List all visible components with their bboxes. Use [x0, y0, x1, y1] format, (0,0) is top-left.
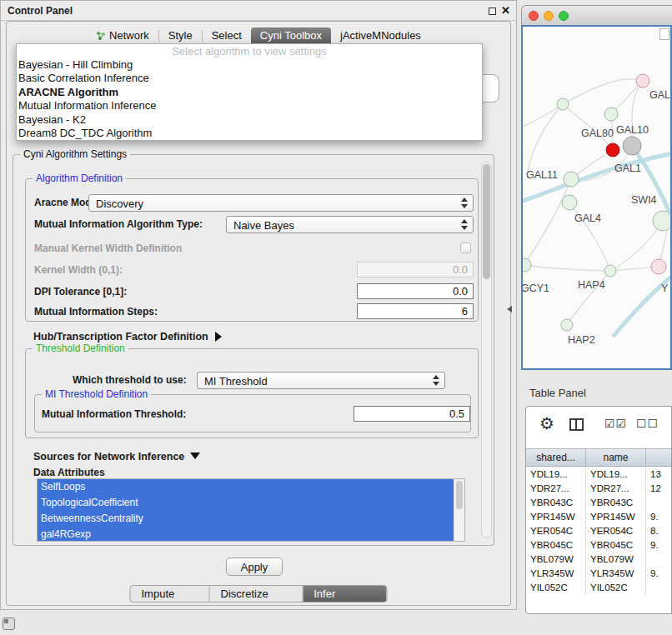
- table-cell[interactable]: 8.: [646, 524, 671, 538]
- network-node[interactable]: [651, 259, 666, 274]
- column-header[interactable]: name: [586, 449, 646, 466]
- algorithm-option[interactable]: Dream8 DC_TDC Algorithm: [17, 127, 482, 140]
- table-cell[interactable]: YDL19...: [586, 468, 646, 482]
- mi-threshold-field[interactable]: [354, 406, 470, 422]
- attribute-item[interactable]: gal4RGexp: [38, 527, 454, 542]
- table-row[interactable]: YDL19...YDL19...13: [526, 468, 671, 482]
- minimize-traffic-light-icon[interactable]: [544, 11, 554, 21]
- table-cell[interactable]: 13: [646, 468, 671, 482]
- table-cell[interactable]: YLR345W: [586, 567, 646, 581]
- table-row[interactable]: YPR145WYPR145W9.: [526, 510, 671, 524]
- settings-scrollbar[interactable]: [481, 162, 492, 538]
- tab-discretize-data[interactable]: Discretize Data: [209, 586, 303, 602]
- network-node[interactable]: [604, 265, 616, 277]
- hub-definition-toggle[interactable]: Hub/Transcription Factor Definition: [33, 328, 222, 343]
- table-cell[interactable]: YPR145W: [586, 510, 646, 524]
- network-node[interactable]: [561, 319, 573, 331]
- splitter-collapse-icon[interactable]: [507, 306, 512, 312]
- table-cell[interactable]: YBR045C: [586, 538, 646, 552]
- algorithm-option[interactable]: Basic Correlation Inference: [17, 72, 482, 85]
- select-all-icon[interactable]: ☑☑: [604, 417, 627, 430]
- list-scrollbar[interactable]: [454, 479, 464, 541]
- deselect-all-icon[interactable]: ☐☐: [636, 417, 659, 430]
- table-row[interactable]: YBR043CYBR043C: [526, 496, 671, 510]
- mi-steps-field[interactable]: [357, 303, 474, 319]
- column-header[interactable]: shared...: [526, 449, 586, 466]
- table-cell[interactable]: YER054C: [586, 524, 646, 538]
- table-cell[interactable]: 9.: [646, 538, 671, 552]
- mi-type-combo[interactable]: Naive Bayes: [226, 216, 474, 233]
- table-cell[interactable]: YDR27...: [526, 482, 586, 496]
- tab-cyni-toolbox[interactable]: Cyni Toolbox: [251, 28, 331, 44]
- kernel-width-field[interactable]: [357, 262, 474, 278]
- table-cell[interactable]: 9.: [646, 567, 671, 581]
- table-cell[interactable]: YBL079W: [526, 552, 586, 567]
- attribute-item[interactable]: SelfLoops: [38, 479, 454, 495]
- dpi-tolerance-label: DPI Tolerance [0,1]:: [34, 286, 127, 298]
- tab-select[interactable]: Select: [203, 28, 251, 44]
- network-node[interactable]: [623, 137, 641, 155]
- attribute-item[interactable]: TopologicalCoefficient: [38, 495, 454, 511]
- table-row[interactable]: YDR27...YDR27...12: [526, 482, 671, 496]
- network-node[interactable]: [557, 98, 569, 110]
- tab-style[interactable]: Style: [159, 28, 202, 44]
- table-cell[interactable]: YIL052C: [526, 581, 586, 595]
- dpi-tolerance-field[interactable]: [357, 283, 474, 299]
- algorithm-option[interactable]: Bayesian - K2: [17, 113, 482, 127]
- panel-toggle-icon[interactable]: [3, 618, 15, 630]
- tab-impute-data[interactable]: Impute Data: [131, 586, 209, 602]
- zoom-traffic-light-icon[interactable]: [559, 11, 569, 21]
- table-cell[interactable]: YBR043C: [586, 496, 646, 510]
- table-cell[interactable]: [646, 581, 671, 595]
- tab-jactivemodules[interactable]: jActiveMNodules: [331, 28, 430, 44]
- table-cell[interactable]: 12: [646, 482, 671, 496]
- algorithm-option[interactable]: Mutual Information Inference: [17, 99, 482, 112]
- close-icon[interactable]: ✕: [501, 4, 510, 17]
- table-cell[interactable]: YDL19...: [526, 468, 586, 482]
- table-cell[interactable]: YBL079W: [586, 552, 646, 567]
- network-window: GAL8GAL80GAL10GAL11GAL1SWI4GAL4GCY1HAP4Y…: [521, 5, 672, 370]
- table-cell[interactable]: YBR045C: [526, 538, 586, 552]
- sources-toggle[interactable]: Sources for Network Inference: [33, 448, 200, 463]
- network-node[interactable]: [523, 258, 531, 272]
- close-traffic-light-icon[interactable]: [529, 11, 539, 21]
- birdseye-button[interactable]: [659, 28, 669, 40]
- scrollbar-thumb[interactable]: [456, 481, 463, 509]
- network-node[interactable]: [604, 108, 618, 121]
- network-node[interactable]: [564, 172, 579, 187]
- table-cell[interactable]: YER054C: [526, 524, 586, 538]
- network-node[interactable]: [606, 143, 619, 157]
- tab-network[interactable]: Network: [87, 28, 158, 44]
- algorithm-option[interactable]: Bayesian - Hill Climbing: [17, 58, 482, 72]
- table-cell[interactable]: YLR345W: [526, 567, 586, 581]
- float-window-icon[interactable]: [489, 8, 496, 15]
- table-cell[interactable]: [646, 552, 671, 567]
- attribute-item[interactable]: BetweennessCentrality: [38, 511, 454, 527]
- table-cell[interactable]: YDR27...: [586, 482, 646, 496]
- table-cell[interactable]: YPR145W: [526, 510, 586, 524]
- table-cell[interactable]: 9.: [646, 510, 671, 524]
- scrollbar-thumb[interactable]: [483, 164, 490, 279]
- table-row[interactable]: YLR345WYLR345W9.: [526, 567, 671, 581]
- gear-icon[interactable]: ⚙: [539, 415, 554, 432]
- algorithm-option-selected[interactable]: ARACNE Algorithm: [17, 86, 482, 99]
- manual-kernel-checkbox[interactable]: [460, 242, 471, 253]
- table-cell[interactable]: YBR043C: [526, 496, 586, 510]
- table-row[interactable]: YBL079WYBL079W: [526, 552, 671, 567]
- columns-icon[interactable]: [569, 418, 584, 431]
- network-node[interactable]: [636, 74, 649, 88]
- table-cell[interactable]: YIL052C: [586, 581, 646, 595]
- which-threshold-combo[interactable]: MI Threshold: [197, 372, 445, 389]
- table-row[interactable]: YIL052CYIL052C: [526, 581, 671, 595]
- apply-button[interactable]: Apply: [226, 558, 283, 576]
- tab-infer-network[interactable]: Infer Network: [302, 586, 386, 602]
- column-header[interactable]: [646, 449, 671, 466]
- network-node[interactable]: [562, 195, 577, 210]
- table-cell[interactable]: [646, 496, 671, 510]
- table-row[interactable]: YBR045CYBR045C9.: [526, 538, 671, 552]
- table-row[interactable]: YER054CYER054C8.: [526, 524, 671, 538]
- aracne-mode-combo[interactable]: Discovery: [88, 194, 474, 212]
- network-node[interactable]: [653, 211, 670, 231]
- network-view[interactable]: GAL8GAL80GAL10GAL11GAL1SWI4GAL4GCY1HAP4Y…: [521, 25, 672, 370]
- data-attributes-label: Data Attributes: [33, 467, 105, 478]
